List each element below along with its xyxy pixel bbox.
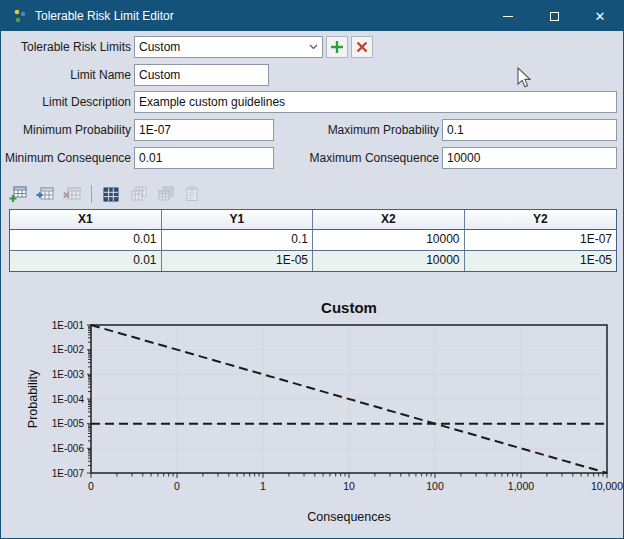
delete-table-row-icon [63, 186, 81, 203]
maximize-button[interactable] [531, 1, 577, 31]
tolerable-risk-limit-editor-window: Tolerable Risk Limit Editor ✕ Tolerable … [0, 0, 624, 539]
column-header-y2: Y2 [465, 210, 617, 230]
min-probability-input[interactable] [134, 119, 274, 141]
svg-text:1E-005: 1E-005 [52, 418, 85, 429]
insert-table-row-button[interactable] [34, 183, 56, 205]
minimize-button[interactable] [485, 1, 531, 31]
add-limit-button[interactable] [326, 36, 348, 58]
titlebar: Tolerable Risk Limit Editor ✕ [1, 1, 623, 31]
cell-y1[interactable]: 1E-05 [162, 251, 314, 271]
min-consequence-input[interactable] [134, 147, 274, 169]
copy-cells-with-headers-button[interactable] [154, 183, 176, 205]
svg-text:10: 10 [343, 480, 355, 492]
add-table-row-button[interactable] [7, 183, 29, 205]
column-header-x2: X2 [313, 210, 465, 230]
svg-text:1E-004: 1E-004 [52, 394, 85, 405]
copy-cells-icon [130, 186, 147, 202]
max-consequence-label: Maximum Consequence [301, 147, 439, 169]
cell-y2[interactable]: 1E-05 [465, 251, 617, 271]
select-all-cells-icon [103, 187, 119, 202]
editor-content: Tolerable Risk Limits Custom Limit Name … [1, 31, 623, 538]
limit-description-input[interactable] [134, 91, 617, 113]
svg-text:1: 1 [260, 480, 266, 492]
column-header-y1: Y1 [162, 210, 314, 230]
svg-text:0: 0 [88, 480, 94, 492]
plus-icon [330, 40, 344, 54]
svg-text:Probability: Probability [26, 369, 40, 428]
max-probability-input[interactable] [442, 119, 617, 141]
risk-limits-combobox[interactable]: Custom [134, 36, 323, 58]
svg-text:1E-002: 1E-002 [52, 344, 85, 355]
delete-table-row-button[interactable] [61, 183, 83, 205]
min-consequence-label: Minimum Consequence [3, 147, 131, 169]
paste-cells-icon [184, 186, 200, 202]
chevron-down-icon [309, 44, 318, 50]
table-row: 0.01 1E-05 10000 1E-05 [10, 250, 616, 271]
column-header-x1: X1 [10, 210, 162, 230]
app-icon [11, 8, 27, 24]
limit-description-label: Limit Description [3, 91, 131, 113]
delete-limit-button[interactable] [351, 36, 373, 58]
close-icon: ✕ [595, 10, 606, 23]
window-title: Tolerable Risk Limit Editor [35, 9, 174, 23]
cell-y2[interactable]: 1E-07 [465, 230, 617, 250]
insert-table-row-icon [36, 186, 54, 203]
table-row: 0.01 0.1 10000 1E-07 [10, 230, 616, 250]
cell-x2[interactable]: 10000 [313, 230, 465, 250]
select-all-cells-button[interactable] [100, 183, 122, 205]
limit-points-table: X1 Y1 X2 Y2 0.01 0.1 10000 1E-07 0.01 1E… [9, 209, 617, 272]
cell-x2[interactable]: 10000 [313, 251, 465, 271]
copy-cells-with-headers-icon [157, 186, 174, 202]
maximize-icon [550, 12, 559, 21]
svg-text:100: 100 [426, 480, 444, 492]
svg-text:Custom: Custom [321, 299, 377, 316]
table-header-row: X1 Y1 X2 Y2 [10, 210, 616, 230]
risk-limits-selected-value: Custom [139, 40, 309, 54]
svg-text:1E-001: 1E-001 [52, 320, 85, 331]
svg-text:1E-006: 1E-006 [52, 443, 85, 454]
risk-limit-chart: 001101001,00010,0001E-0011E-0021E-0031E-… [1, 281, 624, 539]
toolbar-separator [91, 185, 92, 203]
limit-name-label: Limit Name [3, 64, 131, 86]
table-toolbar [7, 182, 203, 206]
svg-text:1,000: 1,000 [508, 480, 534, 492]
max-consequence-input[interactable] [442, 147, 617, 169]
svg-text:Consequences: Consequences [307, 510, 390, 524]
svg-text:1E-007: 1E-007 [52, 468, 85, 479]
svg-text:0: 0 [174, 480, 180, 492]
svg-text:1E-003: 1E-003 [52, 369, 85, 380]
cell-x1[interactable]: 0.01 [10, 230, 162, 250]
copy-cells-button[interactable] [127, 183, 149, 205]
close-button[interactable]: ✕ [577, 1, 623, 31]
minimize-icon [503, 16, 513, 17]
cell-x1[interactable]: 0.01 [10, 251, 162, 271]
max-probability-label: Maximum Probability [301, 119, 439, 141]
add-table-row-icon [9, 186, 27, 203]
paste-cells-button[interactable] [181, 183, 203, 205]
min-probability-label: Minimum Probability [3, 119, 131, 141]
x-icon [356, 41, 368, 53]
limit-name-input[interactable] [134, 64, 269, 86]
cell-y1[interactable]: 0.1 [162, 230, 314, 250]
risk-limits-label: Tolerable Risk Limits [3, 36, 131, 58]
svg-text:10,000: 10,000 [591, 480, 623, 492]
